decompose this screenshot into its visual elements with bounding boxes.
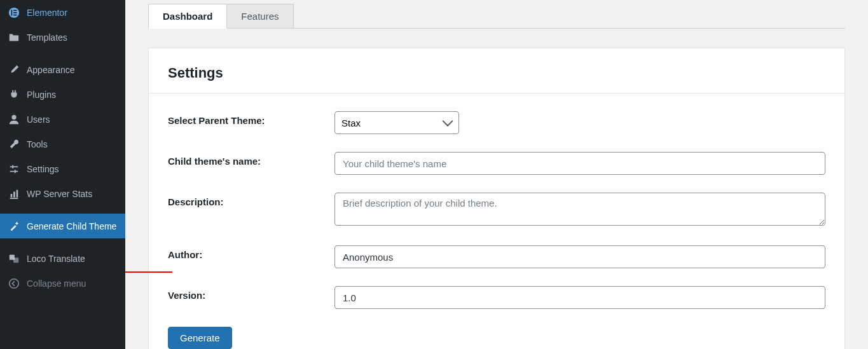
brush-icon (8, 64, 20, 76)
sidebar-item-label: Tools (27, 137, 119, 150)
sidebar-item-settings[interactable]: Settings (0, 156, 125, 181)
child-name-label: Child theme's name: (168, 152, 334, 167)
settings-panel: Settings Select Parent Theme: Stax Child… (148, 48, 845, 349)
sidebar-item-loco-translate[interactable]: Loco Translate (0, 246, 125, 271)
sidebar-separator (0, 206, 125, 214)
row-description: Description: (168, 193, 825, 228)
sidebar-item-users[interactable]: Users (0, 107, 125, 132)
sidebar-item-plugins[interactable]: Plugins (0, 82, 125, 107)
sidebar-item-label: Generate Child Theme (27, 219, 119, 232)
elementor-icon (8, 6, 20, 19)
sidebar-item-label: Plugins (27, 88, 119, 100)
panel-divider (149, 93, 844, 93)
generate-button[interactable]: Generate (168, 327, 232, 349)
sidebar-item-label: Elementor (27, 6, 119, 18)
sliders-icon (8, 163, 20, 175)
svg-point-8 (10, 279, 18, 288)
description-textarea[interactable] (334, 193, 825, 226)
svg-point-5 (11, 115, 16, 120)
sidebar-item-elementor[interactable]: Elementor (0, 0, 125, 25)
translate-icon (8, 252, 20, 265)
sidebar-item-appearance[interactable]: Appearance (0, 57, 125, 82)
chart-icon (8, 188, 20, 200)
svg-rect-7 (13, 257, 18, 263)
sidebar-item-label: Loco Translate (27, 252, 119, 264)
sidebar-separator (0, 50, 125, 57)
row-author: Author: (168, 245, 825, 268)
sidebar-item-wp-server-stats[interactable]: WP Server Stats (0, 181, 125, 206)
folder-icon (8, 31, 20, 44)
parent-theme-label: Select Parent Theme: (168, 111, 334, 126)
author-input[interactable] (334, 245, 825, 268)
collapse-icon (8, 277, 20, 290)
description-label: Description: (168, 193, 334, 207)
sidebar-item-templates[interactable]: Templates (0, 25, 125, 50)
sidebar-separator (0, 238, 125, 246)
sidebar-item-label: Users (27, 113, 119, 125)
sidebar-item-label: WP Server Stats (27, 187, 119, 200)
plug-icon (8, 88, 20, 101)
main-content: Dashboard Features Settings Select Paren… (125, 0, 868, 349)
row-version: Version: (168, 286, 825, 309)
sidebar-item-label: Appearance (27, 63, 119, 76)
version-label: Version: (168, 286, 334, 301)
sidebar-item-label: Settings (27, 162, 119, 175)
wand-icon (8, 220, 20, 233)
tab-dashboard[interactable]: Dashboard (148, 4, 227, 29)
admin-sidebar: Elementor Templates Appearance Plugins U… (0, 0, 125, 349)
row-child-name: Child theme's name: (168, 152, 825, 175)
sidebar-item-generate-child-theme[interactable]: Generate Child Theme (0, 214, 125, 238)
svg-rect-1 (11, 10, 13, 16)
version-input[interactable] (334, 286, 825, 309)
svg-rect-4 (13, 15, 17, 16)
tab-features[interactable]: Features (227, 4, 293, 29)
sidebar-item-label: Templates (27, 31, 119, 43)
sidebar-item-collapse-menu[interactable]: Collapse menu (0, 271, 125, 296)
page-tabs: Dashboard Features (148, 4, 845, 29)
row-parent-theme: Select Parent Theme: Stax (168, 111, 825, 134)
svg-rect-2 (13, 10, 17, 11)
user-icon (8, 113, 20, 126)
child-name-input[interactable] (334, 152, 825, 175)
parent-theme-select[interactable]: Stax (334, 111, 459, 134)
panel-heading: Settings (168, 65, 825, 81)
wrench-icon (8, 138, 20, 151)
sidebar-item-label: Collapse menu (27, 277, 119, 289)
sidebar-item-tools[interactable]: Tools (0, 132, 125, 156)
author-label: Author: (168, 245, 334, 260)
svg-rect-3 (13, 12, 17, 13)
